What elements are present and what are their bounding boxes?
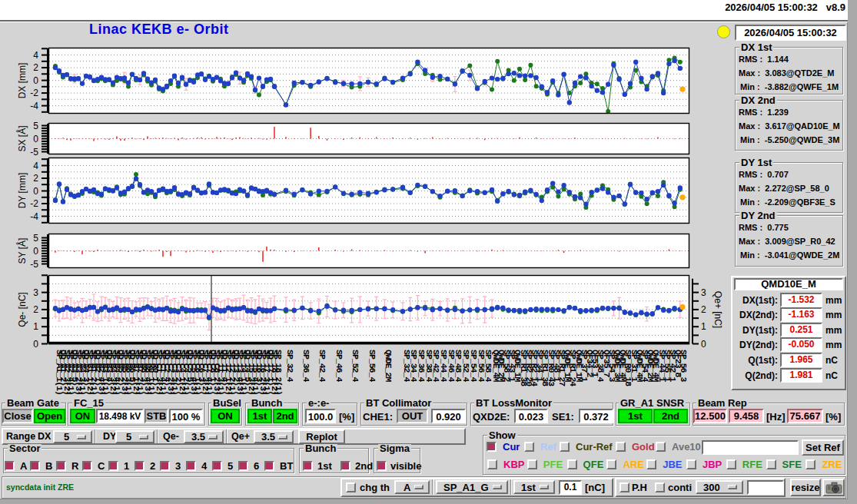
svg-text:SP_36_4: SP_36_4 [301, 350, 311, 382]
svg-text:Qe+ [nC]: Qe+ [nC] [713, 291, 723, 328]
svg-text:SP_56_3: SP_56_3 [679, 350, 689, 382]
svg-text:-4: -4 [30, 101, 38, 111]
svg-text:2: 2 [33, 304, 38, 315]
svg-text:SP_32_4: SP_32_4 [285, 350, 295, 382]
svg-text:Qe- [nC]: Qe- [nC] [17, 292, 28, 327]
svg-text:0: 0 [701, 339, 706, 350]
svg-text:-2: -2 [30, 88, 38, 98]
svg-text:5: 5 [33, 233, 38, 244]
svg-text:-4: -4 [30, 211, 38, 222]
svg-text:4: 4 [33, 161, 38, 171]
svg-text:0: 0 [33, 339, 38, 350]
svg-text:SX [Å]: SX [Å] [16, 125, 28, 151]
svg-text:SP_46_4: SP_46_4 [334, 350, 344, 382]
svg-text:-5: -5 [30, 147, 38, 158]
svg-text:5: 5 [33, 121, 38, 131]
svg-text:2: 2 [33, 62, 38, 73]
svg-text:SP_56_4: SP_56_4 [367, 350, 377, 382]
svg-text:0: 0 [33, 186, 38, 197]
svg-text:SP_52_4: SP_52_4 [350, 350, 360, 382]
svg-text:1: 1 [701, 321, 706, 332]
svg-text:DX [mm]: DX [mm] [17, 63, 28, 99]
svg-text:2: 2 [701, 304, 706, 315]
svg-text:1: 1 [33, 321, 38, 332]
svg-text:3: 3 [33, 287, 38, 298]
svg-text:SP_18_2(1): SP_18_2(1) [274, 350, 284, 395]
svg-text:-2: -2 [30, 198, 38, 209]
svg-text:0: 0 [33, 246, 38, 257]
svg-text:0: 0 [33, 75, 38, 86]
svg-text:3: 3 [701, 287, 706, 298]
svg-text:QWDE_2M: QWDE_2M [384, 350, 394, 382]
svg-text:0: 0 [33, 134, 38, 144]
svg-text:SY [Å]: SY [Å] [16, 238, 28, 264]
svg-text:2: 2 [33, 173, 38, 184]
svg-text:SP_42_4: SP_42_4 [317, 350, 327, 382]
svg-text:4: 4 [33, 50, 38, 61]
svg-text:DY [mm]: DY [mm] [17, 173, 28, 208]
svg-text:-5: -5 [30, 259, 38, 270]
